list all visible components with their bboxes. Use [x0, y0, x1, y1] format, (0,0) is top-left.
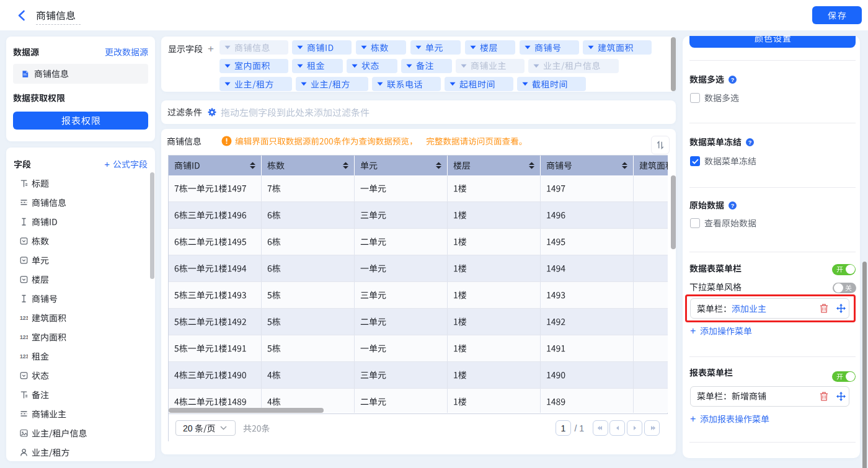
svg-text:123: 123	[20, 353, 28, 360]
svg-text:?: ?	[731, 76, 735, 82]
svg-text:?: ?	[748, 139, 752, 145]
svg-text:123: 123	[20, 334, 28, 340]
svg-text:123: 123	[20, 315, 28, 321]
svg-text:?: ?	[731, 202, 735, 208]
